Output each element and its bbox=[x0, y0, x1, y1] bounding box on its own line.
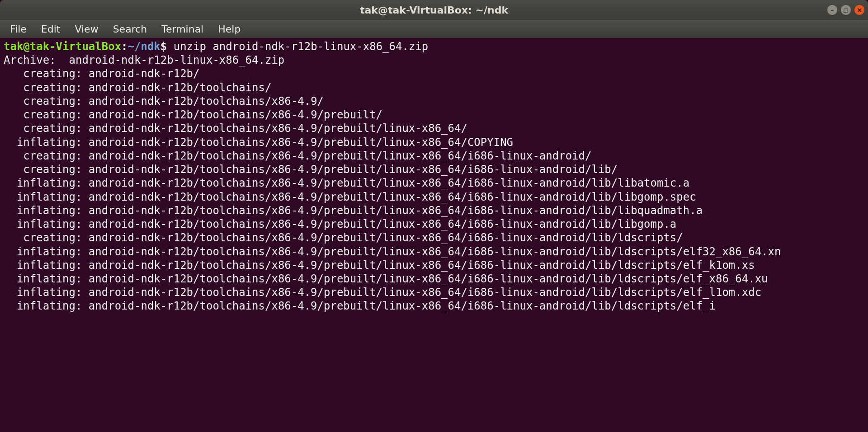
minimize-icon: – bbox=[831, 6, 834, 14]
menu-terminal[interactable]: Terminal bbox=[156, 22, 209, 37]
maximize-icon: ◻ bbox=[843, 6, 849, 14]
minimize-button[interactable]: – bbox=[827, 5, 837, 15]
maximize-button[interactable]: ◻ bbox=[841, 5, 851, 15]
menu-view[interactable]: View bbox=[69, 22, 104, 37]
menubar: File Edit View Search Terminal Help bbox=[0, 20, 868, 38]
terminal-output[interactable]: tak@tak-VirtualBox:~/ndk$ unzip android-… bbox=[0, 38, 868, 432]
menu-help[interactable]: Help bbox=[212, 22, 246, 37]
menu-search[interactable]: Search bbox=[108, 22, 153, 37]
window-title: tak@tak-VirtualBox: ~/ndk bbox=[360, 5, 508, 16]
close-button[interactable]: × bbox=[854, 5, 864, 15]
terminal-window: tak@tak-VirtualBox: ~/ndk – ◻ × File Edi… bbox=[0, 0, 868, 432]
menu-file[interactable]: File bbox=[5, 22, 32, 37]
titlebar: tak@tak-VirtualBox: ~/ndk – ◻ × bbox=[0, 0, 868, 20]
close-icon: × bbox=[857, 6, 862, 14]
menu-edit[interactable]: Edit bbox=[36, 22, 66, 37]
window-controls: – ◻ × bbox=[827, 5, 864, 15]
